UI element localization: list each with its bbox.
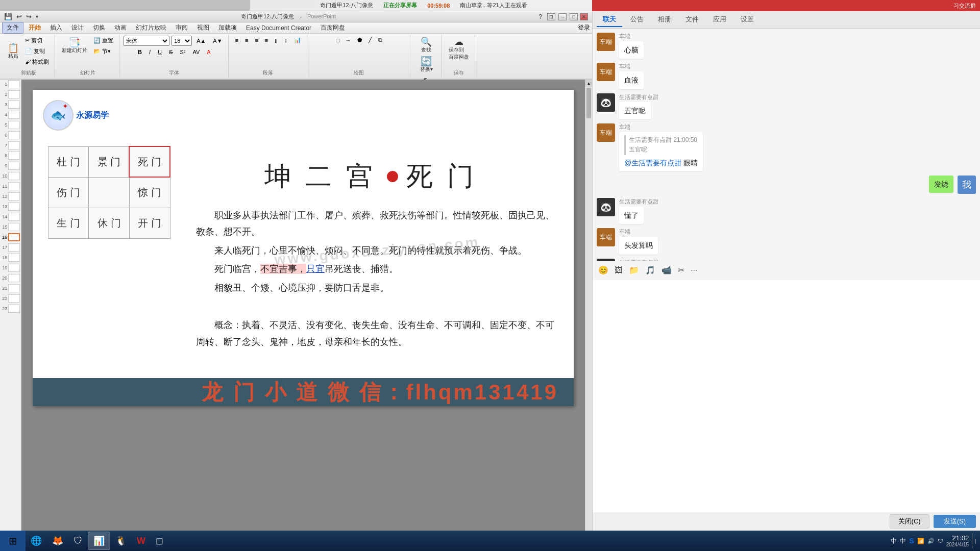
shadow-button[interactable]: S² (177, 48, 188, 56)
line-spacing-button[interactable]: ↕ (282, 36, 290, 44)
bold-button[interactable]: B (135, 48, 144, 56)
columns-button[interactable]: ⫿ (272, 36, 280, 44)
more-button[interactable]: ··· (689, 264, 699, 277)
thumb-23[interactable] (8, 305, 20, 313)
image-button[interactable]: 🖼 (613, 264, 624, 277)
thumb-21[interactable] (8, 284, 20, 292)
section-button[interactable]: 📂 节▾ (91, 46, 116, 56)
font-family-select[interactable]: 宋体 (124, 36, 169, 46)
vertical-scrollbar[interactable]: ▲ ▼ (585, 80, 592, 550)
increase-font-button[interactable]: A▲ (194, 37, 208, 45)
minimize-button[interactable]: ─ (558, 13, 567, 20)
format-painter-button[interactable]: 🖌 格式刷 (22, 57, 52, 67)
thumb-7[interactable] (8, 141, 20, 149)
video-button[interactable]: 📹 (660, 264, 673, 277)
thumb-13[interactable] (8, 203, 20, 211)
arrow-button[interactable]: → (343, 36, 354, 44)
thumb-12[interactable] (8, 192, 20, 201)
menu-slideshow[interactable]: 幻灯片放映 (132, 22, 170, 33)
security-icon[interactable]: 🛡 (938, 538, 943, 544)
save-to-baidu-button[interactable]: ☁ 保存到百度网盘 (446, 36, 472, 62)
align-right-button[interactable]: ≡ (252, 36, 260, 44)
char-spacing-button[interactable]: AV (190, 48, 202, 56)
taskbar-qq[interactable]: 🐧 (110, 532, 132, 550)
reset-button[interactable]: 🔄 重置 (91, 36, 116, 45)
emoji-button[interactable]: 😊 (597, 264, 610, 277)
taskbar-wps[interactable]: W (132, 532, 151, 550)
screen-share-button[interactable]: ✂ (676, 264, 686, 277)
help-icon[interactable]: ? (538, 13, 542, 20)
thumb-17[interactable] (8, 243, 20, 252)
replace-button[interactable]: 🔄 替换▾ (418, 55, 435, 74)
sogou-icon[interactable]: S (909, 537, 914, 545)
tab-announcement[interactable]: 公告 (624, 13, 650, 27)
close-button[interactable]: ✕ (580, 13, 588, 20)
convert-smartart-button[interactable]: 📊 (291, 36, 304, 44)
login-button[interactable]: 登录 (578, 23, 590, 32)
taskbar-ie[interactable]: 🌐 (26, 532, 47, 550)
volume-icon[interactable]: 🔊 (927, 538, 935, 544)
close-chat-button[interactable]: 关闭(C) (890, 514, 929, 529)
thumb-8[interactable] (8, 152, 20, 160)
thumb-14[interactable] (8, 213, 20, 221)
audio-button[interactable]: 🎵 (644, 264, 657, 277)
menu-animations[interactable]: 动画 (110, 22, 131, 33)
menu-baidu[interactable]: 百度网盘 (316, 22, 349, 33)
new-slide-button[interactable]: 📑 新建幻灯片 (59, 36, 90, 56)
thumb-16-active[interactable] (8, 233, 20, 241)
thumb-2[interactable] (8, 90, 20, 98)
thumb-15[interactable] (8, 223, 20, 231)
slide-thumbnails-panel[interactable]: 1 2 3 4 5 6 7 (0, 80, 21, 550)
shapes-more-button[interactable]: ⬟ (355, 36, 365, 44)
align-left-button[interactable]: ≡ (233, 36, 241, 44)
show-desktop-button[interactable]: | (972, 533, 976, 548)
slide-canvas[interactable]: 🐟 ✦ 永源易学 杜 门 景 门 死 门 伤 门 (33, 90, 574, 406)
taskbar-app7[interactable]: ◻ (151, 532, 168, 550)
taskbar-firefox[interactable]: 🦊 (47, 532, 68, 550)
tab-files[interactable]: 文件 (679, 13, 705, 27)
scroll-track[interactable] (585, 87, 592, 543)
line-button[interactable]: ╱ (366, 36, 375, 44)
tab-album[interactable]: 相册 (652, 13, 677, 27)
tab-chat[interactable]: 联天 (597, 13, 622, 27)
thumb-9[interactable] (8, 162, 20, 170)
menu-design[interactable]: 设计 (67, 22, 88, 33)
tab-apps[interactable]: 应用 (707, 13, 732, 27)
find-button[interactable]: 🔍 查找 (418, 36, 434, 55)
copy-button[interactable]: 📄 复制 (22, 46, 52, 56)
maximize-button[interactable]: □ (570, 13, 578, 20)
input-mode-tray[interactable]: 中 (900, 537, 906, 545)
underline-button[interactable]: U (155, 48, 164, 56)
thumb-10[interactable] (8, 172, 20, 180)
thumb-3[interactable] (8, 101, 20, 109)
thumb-1[interactable] (8, 80, 20, 88)
thumb-20[interactable] (8, 274, 20, 282)
tab-settings[interactable]: 设置 (734, 13, 760, 27)
scroll-up-arrow[interactable]: ▲ (585, 80, 592, 87)
thumb-6[interactable] (8, 131, 20, 139)
arrange-button[interactable]: ⧉ (376, 36, 385, 44)
start-button[interactable]: ⊞ (0, 531, 26, 551)
thumb-22[interactable] (8, 294, 20, 303)
menu-insert[interactable]: 插入 (46, 22, 66, 33)
undo-icon[interactable]: ↩ (16, 13, 22, 20)
system-clock[interactable]: 21:02 2024/4/15 (946, 534, 969, 547)
cut-button[interactable]: ✂ 剪切 (22, 36, 52, 45)
input-method-tray[interactable]: 中 (891, 537, 897, 545)
redo-icon[interactable]: ↪ (26, 13, 32, 20)
menu-review[interactable]: 审阅 (172, 22, 192, 33)
file-button[interactable]: 📁 (627, 264, 641, 277)
align-center-button[interactable]: ≡ (242, 36, 251, 44)
menu-transitions[interactable]: 切换 (89, 22, 109, 33)
thumb-18[interactable] (8, 254, 20, 262)
slide-editing-area[interactable]: 🐟 ✦ 永源易学 杜 门 景 门 死 门 伤 门 (21, 80, 585, 550)
scroll-thumb[interactable] (586, 88, 591, 118)
rect-button[interactable]: □ (333, 36, 342, 44)
menu-easy-doc[interactable]: Easy Document Creator (242, 23, 315, 33)
thumb-5[interactable] (8, 121, 20, 129)
font-color-button[interactable]: A (204, 48, 213, 56)
justify-button[interactable]: ≡ (262, 36, 271, 44)
menu-view[interactable]: 视图 (193, 22, 213, 33)
taskbar-360[interactable]: 🛡 (68, 532, 88, 550)
restore-window-button[interactable]: ⊡ (547, 13, 555, 20)
